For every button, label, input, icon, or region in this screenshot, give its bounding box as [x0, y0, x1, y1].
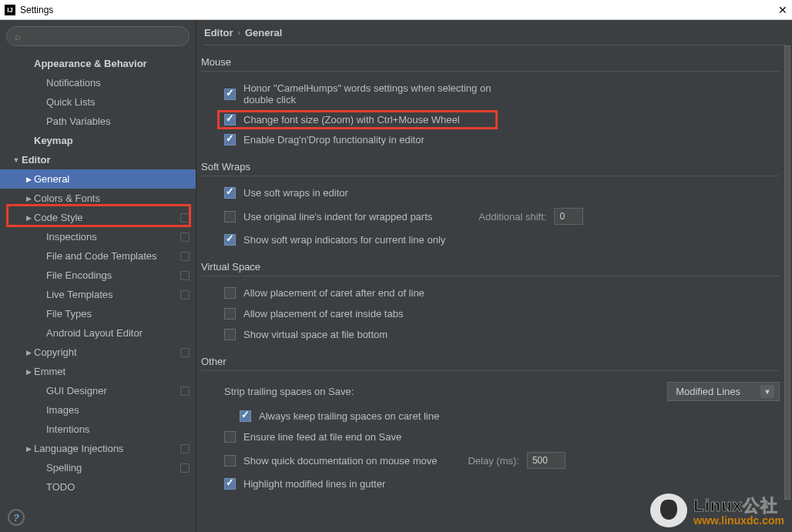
sidebar-item-label: Emmet [34, 366, 190, 377]
label-caret-tabs: Allow placement of caret inside tabs [243, 308, 403, 320]
close-icon[interactable]: ✕ [778, 4, 787, 16]
sidebar-item-notifications[interactable]: Notifications [0, 73, 196, 92]
project-scope-icon [180, 290, 190, 299]
title-bar: IJ Settings ✕ [0, 0, 792, 20]
sidebar-item-label: Language Injections [34, 443, 176, 454]
sidebar-item-label: Path Variables [46, 115, 190, 127]
sidebar-item-label: GUI Designer [46, 385, 176, 396]
sidebar-item-images[interactable]: Images [0, 400, 196, 420]
checkbox-quickdoc[interactable] [224, 455, 236, 467]
section-other: Other [201, 356, 780, 367]
window-title: Settings [20, 5, 53, 15]
checkbox-camelhumps[interactable] [224, 89, 236, 100]
project-scope-icon [180, 271, 190, 280]
checkbox-caret-eol[interactable] [224, 287, 236, 299]
scrollbar-vertical[interactable] [784, 45, 790, 532]
sidebar-item-file-and-code-templates[interactable]: File and Code Templates [0, 246, 196, 266]
label-strip: Strip trailing spaces on Save: [224, 386, 354, 397]
input-delay[interactable] [527, 452, 565, 469]
sidebar-item-language-injections[interactable]: ▶Language Injections [0, 439, 196, 458]
project-scope-icon [180, 233, 190, 242]
section-softwraps: Soft Wraps [201, 161, 780, 172]
sidebar-item-editor[interactable]: ▼Editor [0, 150, 196, 169]
checkbox-zoom[interactable] [224, 114, 236, 125]
checkbox-highlight-gutter[interactable] [224, 478, 236, 490]
sidebar-item-label: TODO [46, 481, 190, 493]
chevron-right-icon: › [238, 28, 240, 37]
checkbox-dragdrop[interactable] [224, 134, 236, 146]
sidebar-item-label: Spelling [46, 462, 176, 473]
sidebar-item-label: Appearance & Behavior [34, 58, 190, 69]
search-box[interactable]: ⌕ [6, 26, 190, 46]
label-ensure-lf: Ensure line feed at file end on Save [243, 431, 401, 443]
chevron-down-icon: ▼ [760, 385, 774, 398]
sidebar-item-file-encodings[interactable]: File Encodings [0, 266, 196, 285]
sidebar-item-code-style[interactable]: ▶Code Style [0, 208, 196, 227]
tree-arrow-icon: ▶ [23, 445, 34, 453]
main-panel: Editor › General Mouse Honor "CamelHumps… [196, 20, 792, 532]
sidebar-item-label: Images [46, 404, 190, 416]
project-scope-icon [180, 444, 190, 453]
sidebar-item-label: Editor [22, 154, 190, 166]
sidebar-item-gui-designer[interactable]: GUI Designer [0, 381, 196, 400]
help-button[interactable]: ? [8, 509, 25, 526]
search-input[interactable] [22, 31, 181, 42]
sidebar-item-keymap[interactable]: Keymap [0, 131, 196, 150]
label-original-indent: Use original line's indent for wrapped p… [243, 211, 432, 223]
sidebar-item-quick-lists[interactable]: Quick Lists [0, 92, 196, 112]
sidebar-item-todo[interactable]: TODO [0, 477, 196, 497]
label-caret-eol: Allow placement of caret after end of li… [243, 287, 425, 299]
select-strip-value: Modified Lines [676, 386, 740, 397]
label-zoom: Change font size (Zoom) with Ctrl+Mouse … [243, 114, 491, 125]
app-icon: IJ [5, 5, 15, 15]
sidebar-item-label: File Types [46, 308, 190, 320]
sidebar-item-file-types[interactable]: File Types [0, 304, 196, 323]
checkbox-softwraps[interactable] [224, 187, 236, 199]
sidebar: ⌕ Appearance & BehaviorNotificationsQuic… [0, 20, 196, 532]
label-delay: Delay (ms): [468, 455, 518, 467]
project-scope-icon [180, 348, 190, 357]
search-icon: ⌕ [15, 31, 21, 42]
input-additional-shift[interactable] [554, 208, 583, 225]
sidebar-item-copyright[interactable]: ▶Copyright [0, 343, 196, 362]
select-strip[interactable]: Modified Lines ▼ [667, 382, 780, 401]
sidebar-item-path-variables[interactable]: Path Variables [0, 112, 196, 131]
sidebar-item-label: Inspections [46, 231, 176, 243]
sidebar-item-label: Quick Lists [46, 96, 190, 108]
tree-arrow-icon: ▶ [23, 176, 34, 183]
breadcrumb-editor[interactable]: Editor [204, 27, 233, 38]
sidebar-item-label: Intentions [46, 423, 190, 435]
sidebar-item-live-templates[interactable]: Live Templates [0, 285, 196, 304]
checkbox-original-indent[interactable] [224, 211, 236, 223]
checkbox-keep-trailing[interactable] [240, 410, 251, 422]
sidebar-item-label: General [34, 173, 190, 185]
section-virtual: Virtual Space [201, 261, 780, 273]
sidebar-item-emmet[interactable]: ▶Emmet [0, 362, 196, 381]
label-virtual-bottom: Show virtual space at file bottom [243, 329, 388, 340]
label-quickdoc: Show quick documentation on mouse move [243, 455, 437, 467]
project-scope-icon [180, 386, 190, 396]
sidebar-item-label: Notifications [46, 77, 190, 89]
sidebar-item-label: Code Style [34, 212, 176, 223]
scrollbar-thumb[interactable] [784, 45, 790, 500]
sidebar-item-android-layout-editor[interactable]: Android Layout Editor [0, 323, 196, 343]
sidebar-item-label: Colors & Fonts [34, 192, 190, 204]
checkbox-virtual-bottom[interactable] [224, 329, 236, 340]
checkbox-caret-tabs[interactable] [224, 308, 236, 320]
sidebar-item-label: File and Code Templates [46, 250, 176, 262]
sidebar-item-label: Live Templates [46, 289, 176, 300]
sidebar-item-label: Copyright [34, 346, 176, 358]
settings-tree: Appearance & BehaviorNotificationsQuick … [0, 52, 196, 532]
tree-arrow-icon: ▶ [23, 349, 34, 356]
sidebar-item-general[interactable]: ▶General [0, 169, 196, 189]
checkbox-ensure-lf[interactable] [224, 431, 236, 443]
checkbox-softwrap-indicators[interactable] [224, 234, 236, 246]
sidebar-item-intentions[interactable]: Intentions [0, 420, 196, 439]
sidebar-item-appearance-behavior[interactable]: Appearance & Behavior [0, 54, 196, 73]
tree-arrow-icon: ▶ [23, 368, 34, 376]
project-scope-icon [180, 463, 190, 473]
label-additional-shift: Additional shift: [478, 211, 546, 223]
sidebar-item-inspections[interactable]: Inspections [0, 227, 196, 246]
sidebar-item-spelling[interactable]: Spelling [0, 458, 196, 477]
sidebar-item-colors-fonts[interactable]: ▶Colors & Fonts [0, 189, 196, 208]
